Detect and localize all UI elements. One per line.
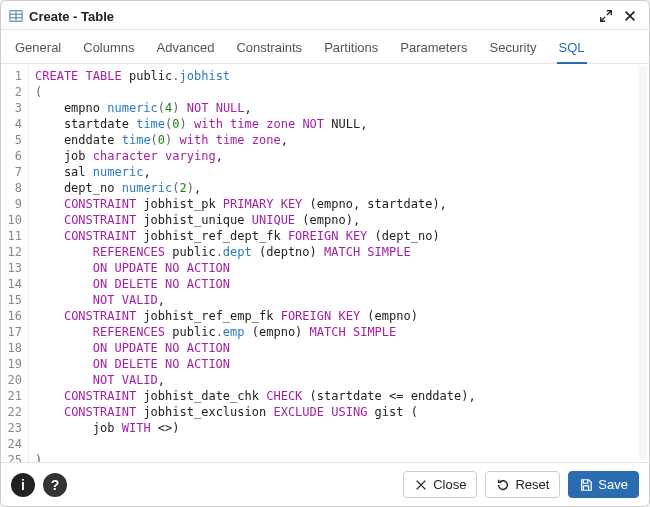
titlebar: Create - Table (1, 1, 649, 30)
table-icon (9, 9, 23, 23)
dialog-window: Create - Table General Columns Advanced … (0, 0, 650, 507)
reset-button-label: Reset (515, 477, 549, 492)
expand-icon[interactable] (597, 7, 615, 25)
sql-editor[interactable]: 1 2 3 4 5 6 7 8 9 10 11 12 13 14 15 16 1… (1, 64, 649, 463)
code-area[interactable]: CREATE TABLE public.jobhist( empno numer… (29, 64, 649, 462)
tab-general[interactable]: General (13, 36, 63, 63)
close-button[interactable]: Close (403, 471, 477, 498)
line-gutter: 1 2 3 4 5 6 7 8 9 10 11 12 13 14 15 16 1… (1, 64, 29, 462)
tab-bar: General Columns Advanced Constraints Par… (1, 30, 649, 64)
reset-button[interactable]: Reset (485, 471, 560, 498)
tab-security[interactable]: Security (488, 36, 539, 63)
close-button-label: Close (433, 477, 466, 492)
tab-advanced[interactable]: Advanced (155, 36, 217, 63)
tab-parameters[interactable]: Parameters (398, 36, 469, 63)
tab-columns[interactable]: Columns (81, 36, 136, 63)
tab-constraints[interactable]: Constraints (234, 36, 304, 63)
save-button[interactable]: Save (568, 471, 639, 498)
close-icon[interactable] (621, 7, 639, 25)
save-button-label: Save (598, 477, 628, 492)
footer: i ? Close Reset Save (1, 463, 649, 506)
info-icon[interactable]: i (11, 473, 35, 497)
tab-partitions[interactable]: Partitions (322, 36, 380, 63)
help-icon[interactable]: ? (43, 473, 67, 497)
window-title: Create - Table (29, 9, 114, 24)
tab-sql[interactable]: SQL (557, 36, 587, 63)
scrollbar[interactable] (639, 66, 647, 460)
